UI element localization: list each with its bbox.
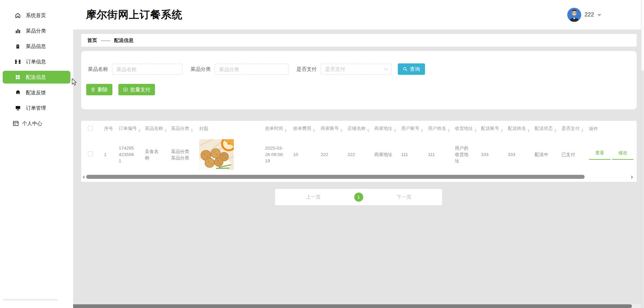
select-all-checkbox[interactable]	[88, 126, 93, 131]
sort-icon[interactable]	[421, 129, 423, 132]
batch-pay-button[interactable]: 批量支付	[118, 84, 155, 95]
delete-button-label: 删除	[98, 87, 108, 93]
sidebar-item-home[interactable]: 系统首页	[0, 8, 73, 23]
sort-icon[interactable]	[394, 129, 396, 132]
sort-icon[interactable]	[448, 129, 450, 132]
sidebar-item-delivery-info[interactable]: 配送信息	[3, 71, 70, 84]
table-hscrollbar	[81, 172, 637, 182]
sidebar-item-order-manage[interactable]: 订单管理	[0, 100, 73, 116]
column-header: 用户账号	[401, 126, 419, 131]
column-header: 用户姓名	[428, 126, 446, 131]
next-page-button[interactable]: 下一页	[397, 194, 412, 200]
cell-merchant-account: 222	[321, 152, 328, 157]
sidebar-item-order-info[interactable]: 订单信息	[0, 54, 73, 69]
search-button-label: 查询	[410, 66, 420, 72]
sidebar-item-label: 配送信息	[26, 74, 46, 81]
app-title: 摩尔街网上订餐系统	[86, 8, 182, 22]
cell-fee: 10	[293, 152, 298, 157]
page-vscrollbar	[641, 0, 644, 308]
table-row: 1 1742954235561 美食名称 菜品分类菜品分类	[81, 137, 637, 173]
column-header: 操作	[589, 126, 598, 131]
sidebar-item-label: 系统首页	[26, 12, 46, 19]
row-checkbox[interactable]	[88, 151, 93, 156]
user-avatar[interactable]	[567, 8, 581, 22]
table-hscrollbar-thumb[interactable]	[86, 175, 585, 179]
column-header: 配送姓名	[508, 126, 526, 131]
cell-merchant-address: 商家地址	[374, 152, 392, 157]
dish-category-input[interactable]	[215, 64, 288, 75]
cell-dish-category: 菜品分类菜品分类	[171, 149, 189, 160]
cell-delivery-address: 用户的收货地址	[455, 146, 469, 163]
home-icon	[15, 12, 21, 18]
paid-label: 是否支付	[297, 66, 317, 72]
column-header: 菜品名称	[145, 126, 163, 131]
sort-icon[interactable]	[528, 129, 530, 132]
sidebar-item-profile[interactable]: 个人中心	[0, 116, 73, 131]
chevron-down-icon	[384, 66, 388, 70]
sort-icon[interactable]	[313, 129, 315, 132]
top-header: 摩尔街网上订餐系统 222	[73, 0, 641, 30]
column-header: 配送账号	[481, 126, 499, 131]
paid-select[interactable]: 是否支付	[321, 64, 392, 75]
trash-icon	[91, 87, 95, 92]
sort-icon[interactable]	[340, 129, 342, 132]
sort-icon[interactable]	[165, 129, 167, 132]
grid-icon	[15, 74, 21, 80]
bulk-actions-row: 删除 批量支付	[86, 84, 155, 95]
paid-select-placeholder: 是否支付	[325, 66, 385, 72]
table-header-row: 序号 订单编号 菜品名称 菜品分类 封面 抢单时间 接单费用 商家账号 店铺名称…	[81, 121, 637, 137]
column-header: 订单编号	[119, 126, 137, 131]
sort-icon[interactable]	[501, 129, 503, 132]
sort-icon[interactable]	[191, 129, 193, 132]
sort-icon[interactable]	[285, 129, 287, 132]
sidebar-item-label: 订单管理	[26, 105, 46, 111]
column-header: 抢单时间	[265, 126, 283, 131]
dish-cover-image[interactable]	[199, 139, 234, 170]
breadcrumb-home[interactable]: 首页	[87, 37, 97, 44]
delete-button[interactable]: 删除	[86, 84, 112, 95]
scroll-right-arrow-icon[interactable]	[631, 175, 633, 179]
pagination: 上一页 1 下一页	[275, 189, 442, 205]
cell-paid-status: 已支付	[561, 152, 575, 157]
dish-category-label: 菜品分类	[191, 66, 211, 72]
column-header: 是否支付	[561, 126, 580, 131]
column-header: 菜品分类	[171, 126, 189, 131]
column-header: 接单费用	[293, 126, 311, 131]
page-vscrollbar-thumb[interactable]	[641, 0, 644, 70]
sidebar-divider	[3, 299, 58, 301]
cell-grab-time: 2025-03-26 09:58:19	[265, 146, 284, 163]
batch-pay-button-label: 批量支付	[130, 87, 150, 93]
column-header: 店铺名称	[347, 126, 366, 131]
current-page-button[interactable]: 1	[354, 193, 363, 202]
sidebar-item-dish-info[interactable]: 菜品信息	[0, 39, 73, 54]
sidebar-item-label: 菜品分类	[26, 28, 46, 34]
prev-page-button[interactable]: 上一页	[306, 194, 321, 200]
sidebar-item-dish-category[interactable]: 菜品分类	[0, 23, 73, 39]
sort-icon[interactable]	[139, 129, 141, 132]
user-menu[interactable]: 222	[567, 8, 601, 22]
sort-icon[interactable]	[475, 129, 477, 132]
cell-order-no: 1742954235561	[119, 146, 134, 163]
sort-icon[interactable]	[581, 129, 583, 132]
sidebar-item-label: 订单信息	[26, 59, 46, 65]
page-hscrollbar-thumb[interactable]	[73, 304, 632, 308]
dish-name-input[interactable]	[112, 64, 182, 75]
sort-icon[interactable]	[367, 129, 369, 132]
payment-icon	[123, 87, 128, 92]
column-header: 序号	[104, 126, 113, 131]
sort-icon[interactable]	[554, 129, 556, 132]
bar-chart-icon	[15, 28, 21, 34]
profile-icon	[13, 120, 19, 126]
sidebar-item-label: 配送反馈	[26, 90, 46, 96]
monitor-icon	[15, 105, 21, 111]
breadcrumb: 首页 —— 配送信息	[81, 34, 637, 47]
search-button[interactable]: 查询	[398, 63, 425, 75]
view-link[interactable]: 查看	[589, 150, 610, 160]
clipboard-icon	[15, 43, 21, 49]
edit-link[interactable]: 修改	[612, 150, 634, 160]
scroll-left-arrow-icon[interactable]	[83, 175, 85, 179]
breadcrumb-separator: ——	[101, 38, 110, 43]
sidebar-item-delivery-feedback[interactable]: 配送反馈	[0, 85, 73, 100]
column-header: 收货地址	[455, 126, 473, 131]
cell-shop-name: 222	[347, 152, 355, 157]
